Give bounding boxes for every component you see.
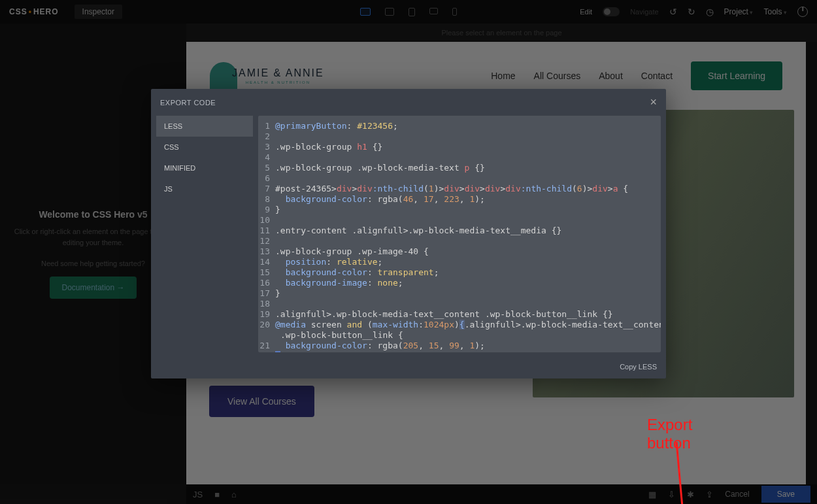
modal-title: EXPORT CODE [160, 99, 216, 107]
modal-header: EXPORT CODE × [151, 89, 666, 116]
modal-body: LESS CSS MINIFIED JS 1@primaryButton: #1… [151, 116, 666, 358]
close-icon[interactable]: × [650, 95, 657, 109]
tab-less[interactable]: LESS [156, 116, 253, 137]
modal-footer: Copy LESS [151, 358, 666, 378]
tab-js[interactable]: JS [156, 178, 253, 199]
copy-less-button[interactable]: Copy LESS [620, 363, 657, 371]
tab-minified[interactable]: MINIFIED [156, 158, 253, 178]
code-editor[interactable]: 1@primaryButton: #123456; 2 3.wp-block-g… [258, 116, 661, 352]
modal-tabs: LESS CSS MINIFIED JS [156, 116, 253, 352]
tab-css[interactable]: CSS [156, 137, 253, 158]
export-code-modal: EXPORT CODE × LESS CSS MINIFIED JS 1@pri… [151, 89, 666, 378]
